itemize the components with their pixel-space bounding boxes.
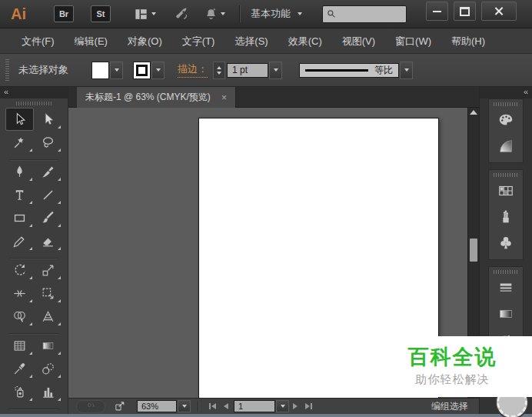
toolbar-collapse-button[interactable]: «: [0, 87, 68, 98]
next-artboard-button[interactable]: [289, 400, 301, 412]
stroke-color-dropdown[interactable]: [151, 62, 165, 79]
collapse-chevrons-icon: «: [524, 87, 528, 96]
control-bar: 未选择对象 描边： 1 pt 等比: [0, 54, 532, 87]
magic-wand-tool[interactable]: [5, 131, 34, 154]
stroke-width-field[interactable]: 1 pt: [227, 63, 268, 78]
toolbar-tools: [0, 108, 68, 414]
stroke-panel-link[interactable]: 描边：: [178, 62, 208, 78]
menu-type[interactable]: 文字(T): [172, 28, 225, 54]
symbol-sprayer-icon: [12, 385, 27, 399]
rotate-icon: [12, 263, 27, 278]
fill-color-dropdown[interactable]: [110, 62, 123, 79]
grip-handle[interactable]: [494, 102, 518, 106]
symbol-sprayer-tool[interactable]: [5, 380, 34, 403]
grip-handle[interactable]: [16, 102, 52, 105]
stroke-profile-preview: [305, 69, 368, 72]
watermark-subtitle: 助你轻松解决: [416, 372, 490, 387]
direct-selection-tool[interactable]: [34, 108, 62, 131]
column-graph-icon: [41, 385, 55, 399]
minimize-button[interactable]: [426, 2, 448, 21]
blob-brush-tool[interactable]: [34, 160, 62, 183]
swatches-panel-button[interactable]: [490, 179, 521, 205]
zoom-field[interactable]: 63%: [137, 400, 177, 412]
export-icon[interactable]: [115, 401, 126, 412]
symbols-panel-button[interactable]: [490, 232, 521, 257]
fill-color-swatch[interactable]: [91, 62, 109, 79]
notifications-button[interactable]: [204, 7, 225, 22]
type-tool[interactable]: [5, 183, 34, 206]
pencil-tool[interactable]: [5, 229, 34, 252]
stroke-profile-dropdown[interactable]: [400, 62, 413, 79]
grip-handle[interactable]: [494, 173, 518, 177]
line-segment-tool[interactable]: [34, 183, 62, 206]
stroke-profile-field[interactable]: 等比: [299, 63, 399, 78]
lasso-icon: [41, 135, 55, 150]
device-preview-button[interactable]: [76, 400, 105, 413]
rectangle-tool[interactable]: [5, 206, 34, 229]
stroke-panel-button[interactable]: [490, 276, 521, 302]
zoom-dropdown[interactable]: [178, 400, 191, 412]
type-icon: [12, 188, 27, 202]
stroke-width-stepper[interactable]: [213, 62, 225, 79]
menu-view[interactable]: 视图(V): [332, 28, 385, 54]
share-icon[interactable]: [175, 6, 190, 22]
restore-button[interactable]: [454, 2, 476, 21]
gradient-panel-button[interactable]: [490, 302, 521, 328]
last-artboard-button[interactable]: [301, 400, 316, 412]
document-tab-title: 未标题-1 @ 63% (CMYK/预览): [85, 91, 211, 104]
menubar: 文件(F)编辑(E)对象(O)文字(T)选择(S)效果(C)视图(V)窗口(W)…: [0, 28, 532, 54]
search-input[interactable]: [338, 8, 403, 20]
menu-object[interactable]: 对象(O): [118, 28, 172, 54]
document-tab[interactable]: 未标题-1 @ 63% (CMYK/预览) ×: [77, 87, 236, 108]
rotate-tool[interactable]: [5, 259, 34, 282]
scale-tool[interactable]: [34, 259, 62, 282]
scrollbar-thumb[interactable]: [470, 239, 477, 262]
chevron-down-icon: [404, 68, 409, 72]
artboard-dropdown[interactable]: [276, 400, 289, 412]
blend-tool[interactable]: [34, 357, 62, 380]
selection-tool[interactable]: [5, 108, 34, 131]
gradient-icon: [41, 339, 55, 353]
grip-handle[interactable]: [5, 59, 9, 81]
menu-select[interactable]: 选择(S): [224, 28, 278, 54]
shape-builder-icon: [12, 309, 27, 324]
gradient-tool[interactable]: [34, 334, 62, 357]
tab-close-icon[interactable]: ×: [221, 92, 227, 103]
stock-button[interactable]: St: [91, 5, 111, 22]
color-guide-panel-button[interactable]: [490, 135, 521, 160]
dock-collapse-button[interactable]: «: [480, 87, 532, 98]
stroke-color-swatch[interactable]: [133, 62, 151, 79]
menu-window[interactable]: 窗口(W): [385, 28, 441, 54]
eyedropper-tool[interactable]: [5, 357, 34, 380]
menu-file[interactable]: 文件(F): [12, 28, 65, 54]
previous-artboard-button[interactable]: [220, 400, 232, 412]
symbols-icon: [497, 235, 514, 255]
paintbrush-tool[interactable]: [34, 206, 62, 229]
eraser-tool[interactable]: [34, 229, 62, 252]
arrange-documents-button[interactable]: [134, 7, 156, 22]
pen-tool[interactable]: [5, 160, 34, 183]
scroll-up-icon[interactable]: [470, 110, 477, 115]
search-box[interactable]: [322, 5, 407, 23]
mesh-tool[interactable]: [5, 334, 34, 357]
first-artboard-button[interactable]: [205, 400, 220, 412]
color-panel-button[interactable]: [490, 108, 521, 134]
menu-edit[interactable]: 编辑(E): [65, 28, 118, 54]
arrow-left-icon: [211, 403, 216, 409]
status-bar: 63% 1 编组选择: [68, 398, 479, 414]
lasso-tool[interactable]: [34, 131, 62, 154]
column-graph-tool[interactable]: [34, 380, 62, 403]
width-tool[interactable]: [5, 282, 34, 305]
grip-handle[interactable]: [494, 270, 518, 274]
free-transform-tool[interactable]: [34, 282, 62, 305]
brushes-panel-button[interactable]: [490, 205, 521, 231]
shape-builder-tool[interactable]: [5, 305, 34, 328]
menu-help[interactable]: 帮助(H): [441, 28, 495, 54]
workspace-switcher[interactable]: 基本功能: [251, 7, 302, 21]
menu-effect[interactable]: 效果(C): [278, 28, 332, 54]
stroke-width-dropdown[interactable]: [269, 62, 282, 79]
bridge-button[interactable]: Br: [54, 5, 74, 22]
perspective-grid-tool[interactable]: [34, 305, 62, 328]
close-button[interactable]: [481, 2, 517, 21]
artboard-number-field[interactable]: 1: [234, 400, 275, 412]
